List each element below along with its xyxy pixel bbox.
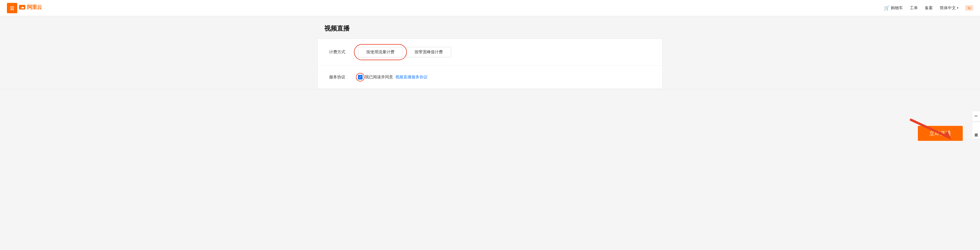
svg-text:☁: ☁ [21,5,24,9]
header-navigation: 🛒 购物车 工单 备案 简体中文 ▾ Ie [884,5,973,11]
aliyun-logo-icon: 云 [7,3,17,13]
language-label: 简体中文 [940,5,956,11]
logo-text: ☁ 阿里云 [19,3,42,13]
logo-full-icon: ☁ 阿里云 [19,3,42,11]
billing-options: 按使用流量计费 按带宽峰值计费 [358,47,651,57]
language-nav-item[interactable]: 简体中文 ▾ [940,5,958,11]
user-badge: Ie [965,5,973,11]
cart-icon: 🛒 [884,5,890,11]
bottom-bar: 立即开通 [0,89,980,152]
feedback-tab[interactable]: 问卷反馈 [972,122,980,139]
svg-text:云: 云 [10,5,14,11]
page-title-bar: 视频直播 [317,16,663,38]
workorder-label: 工单 [910,5,918,11]
agreement-prefix-text: 我已阅读并同意 [365,75,393,80]
edit-icon: ✏ [975,114,978,119]
workorder-nav-item[interactable]: 工单 [910,5,918,11]
right-sidebar: ✏ 问卷反馈 [972,111,980,139]
agreement-link[interactable]: 视频直播服务协议 [395,75,428,80]
page-header: 云 ☁ 阿里云 🛒 购物车 工单 备案 简体中文 ▾ Ie [0,0,980,16]
agreement-row: 服务协议 ✓ 我已阅读并同意 视频直播服务协议 [318,66,662,89]
main-card: 计费方式 按使用流量计费 按带宽峰值计费 服务协议 ✓ [317,38,663,89]
filing-label: 备案 [925,5,933,11]
checkmark-icon: ✓ [359,75,362,79]
agreement-content: ✓ 我已阅读并同意 视频直播服务协议 [358,75,651,80]
billing-label: 计费方式 [329,50,358,55]
page-title: 视频直播 [324,24,656,33]
cart-nav-item[interactable]: 🛒 购物车 [884,5,903,11]
chevron-down-icon: ▾ [957,6,958,10]
flow-billing-wrapper: 按使用流量计费 [358,47,403,57]
logo[interactable]: 云 ☁ 阿里云 [7,3,42,13]
user-nav-item[interactable]: Ie [965,5,973,11]
cart-label: 购物车 [891,5,903,11]
agreement-label: 服务协议 [329,75,358,80]
filing-nav-item[interactable]: 备案 [925,5,933,11]
svg-text:阿里云: 阿里云 [27,4,42,10]
checkbox-wrap: ✓ 我已阅读并同意 视频直播服务协议 [358,75,428,80]
edit-feedback-icon[interactable]: ✏ [972,111,980,121]
activate-button[interactable]: 立即开通 [918,126,963,141]
bandwidth-billing-button[interactable]: 按带宽峰值计费 [406,47,451,57]
agreement-checkbox[interactable]: ✓ [358,75,363,80]
flow-billing-button[interactable]: 按使用流量计费 [358,47,403,57]
billing-row: 计费方式 按使用流量计费 按带宽峰值计费 [318,39,662,66]
